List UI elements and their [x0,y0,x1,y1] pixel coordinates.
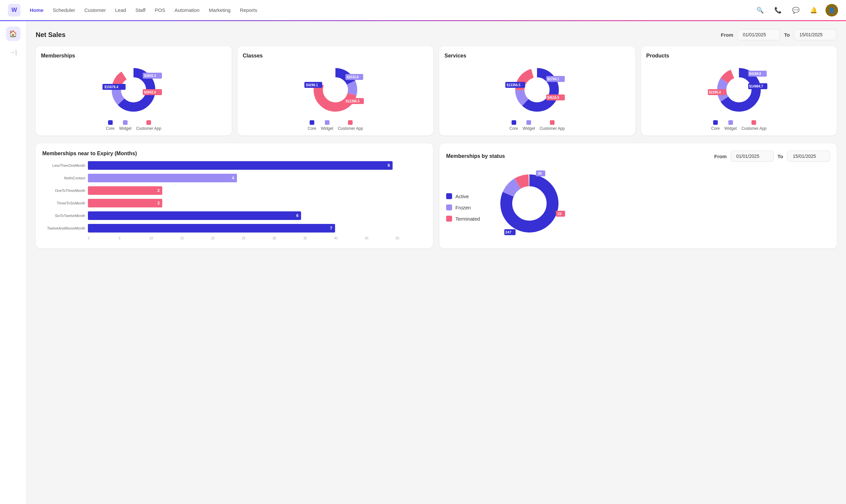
bottom-row: Memberships near to Expiry (Months) Less… [36,143,837,248]
bar-track-twelveabove: 7 [88,224,426,233]
status-frozen: Frozen [446,204,480,210]
axis-5: 5 [119,236,149,240]
products-title: Products [647,53,832,59]
svg-text:$13356.5: $13356.5 [507,83,521,87]
svg-text:$2285.4: $2285.4 [709,90,721,94]
axis-20: 20 [211,236,242,240]
svg-point-33 [727,78,751,102]
services-title: Services [444,53,630,59]
frozen-label: Frozen [455,205,471,210]
nav-lead[interactable]: Lead [115,7,126,13]
status-terminated: Terminated [446,216,480,222]
nav-icons: 🔍 📞 💬 🔔 👤 [754,4,838,17]
nav-pos[interactable]: POS [155,7,165,13]
widget-color-dot-p [728,120,733,125]
services-legend-widget: Widget [523,120,535,131]
axis-30: 30 [272,236,303,240]
nav-automation[interactable]: Automation [175,7,199,13]
memberships-legend-widget: Widget [119,120,131,131]
bar-track-threetosix: 2 [88,199,426,208]
nav-logo[interactable]: W [8,4,20,17]
classes-legend-app: Customer App [338,120,363,131]
bar-label-notincontact: NotInContact [42,176,85,180]
net-sales-title: Net Sales [36,31,66,39]
phone-button[interactable]: 📞 [772,4,784,16]
memberships-legend: Core Widget Customer App [41,120,226,131]
svg-point-13 [323,78,348,102]
nav-links: Home Scheduler Customer Lead Staff POS A… [30,7,257,13]
memberships-legend-app: Customer App [136,120,161,131]
terminated-label: Terminated [455,216,480,222]
app-color-dot-p [752,120,756,125]
bar-fill-notincontact: 4 [88,174,237,182]
nav-reports[interactable]: Reports [240,7,258,13]
products-donut-svg: $14984.7 $4189.8 $2285.4 [709,64,769,116]
core-label-s: Core [510,126,518,131]
core-label-c: Core [308,126,316,131]
bar-label-sixtotwelve: SixToTwelveMonth [42,214,85,218]
sales-chart-grid: Memberships $15678.4 $3855 [36,46,837,136]
nav-customer[interactable]: Customer [84,7,106,13]
svg-text:23: 23 [558,212,562,216]
svg-text:$4296.1: $4296.1 [306,83,318,87]
core-color-dot [108,120,113,125]
from-date-input[interactable]: 01/01/2025 [737,29,780,40]
svg-point-23 [525,78,549,102]
status-from-date[interactable]: 01/01/2025 [731,150,774,162]
bar-track-sixtotwelve: 6 [88,211,426,220]
sidebar-collapse-button[interactable]: →| [9,49,17,56]
app-color-dot-c [348,120,353,125]
bar-track-notincontact: 4 [88,174,426,182]
classes-legend-widget: Widget [321,120,333,131]
widget-color-dot-c [325,120,330,125]
main-content: Net Sales From 01/01/2025 To 15/01/2025 … [27,21,846,504]
to-date-input[interactable]: 15/01/2025 [794,29,837,40]
by-status-card: Memberships by status From 01/01/2025 To… [440,143,837,248]
bar-track-lessthan: 9 [88,161,426,170]
status-donut-svg: 30 23 247 [493,167,566,240]
nav-staff[interactable]: Staff [136,7,146,13]
axis-15: 15 [180,236,211,240]
memberships-card: Memberships $15678.4 $3855 [36,46,232,136]
products-legend-core: Core [711,120,720,131]
nav-bar: W Home Scheduler Customer Lead Staff POS… [0,0,846,21]
widget-label-p: Widget [724,126,737,131]
axis-40: 40 [334,236,365,240]
active-dot [446,193,452,199]
notification-button[interactable]: 🔔 [808,4,819,16]
products-donut-wrapper: $14984.7 $4189.8 $2285.4 [647,64,832,116]
widget-color-dot [123,120,127,125]
whatsapp-button[interactable]: 💬 [790,4,802,16]
sidebar: 🏠 →| [0,21,27,504]
memberships-donut-wrapper: $15678.4 $3855.3 $2842.6 [41,64,226,116]
bar-row-lessthan: LessThenOneMonth 9 [42,161,426,170]
classes-legend-core: Core [308,120,316,131]
bar-fill-sixtotwelve: 6 [88,211,301,220]
user-avatar[interactable]: 👤 [826,4,838,17]
axis-35: 35 [303,236,334,240]
search-button[interactable]: 🔍 [754,4,766,16]
bar-row-onetothree: OneToThreeMonth 2 [42,186,426,195]
nav-home[interactable]: Home [30,7,43,13]
nav-marketing[interactable]: Marketing [209,7,231,13]
memberships-title: Memberships [41,53,226,59]
core-label-p: Core [711,126,720,131]
svg-text:30: 30 [538,172,542,175]
sidebar-home-icon[interactable]: 🏠 [6,26,20,41]
nav-scheduler[interactable]: Scheduler [53,7,75,13]
products-legend: Core Widget Customer App [647,120,832,131]
expiry-title: Memberships near to Expiry (Months) [42,150,426,157]
app-color-dot [146,120,151,125]
bar-fill-onetothree: 2 [88,186,162,195]
bar-row-twelveabove: TwelveAndAboveMonth 7 [42,224,426,233]
status-to-date[interactable]: 15/01/2025 [787,150,830,162]
classes-card: Classes $4296.1 $2535.8 [237,46,434,136]
bar-axis: 0 5 10 15 20 25 30 35 40 45 50 [88,236,426,240]
axis-25: 25 [242,236,272,240]
app-label-s: Customer App [540,126,565,131]
svg-text:$3855.3: $3855.3 [144,74,156,78]
widget-label-c: Widget [321,126,333,131]
classes-title: Classes [243,53,428,59]
svg-text:247: 247 [505,230,511,234]
svg-text:$15678.4: $15678.4 [104,85,118,89]
